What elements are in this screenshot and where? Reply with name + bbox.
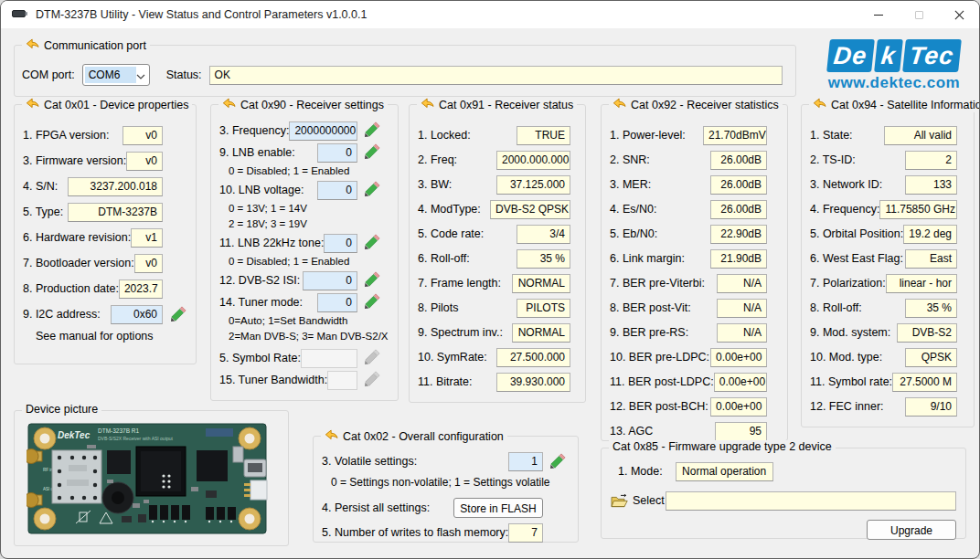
row-label: 8. BER post-Vit: (610, 301, 691, 314)
row-label: 6. West East Flag: (810, 252, 903, 265)
fpga-version-field: v0 (122, 126, 163, 145)
flash-writes-field: 7 (508, 523, 543, 543)
ber-pre-viterbi-field: N/A (717, 274, 767, 293)
row-label: 8. Roll-off: (810, 301, 862, 314)
volatile-settings-field[interactable]: 1 (508, 452, 543, 471)
edit-lnb-enable-icon[interactable] (365, 143, 380, 159)
bootloader-version-field: v0 (134, 254, 163, 273)
title-bar[interactable]: DTM-3237B Utility - View Status and Cont… (1, 1, 979, 28)
table-row: 9. BER pre-RS:N/A (610, 322, 767, 343)
row-label: 5. Orbital Position: (810, 227, 903, 240)
symbol-rate-field (301, 349, 357, 368)
edit-volatile-settings-icon[interactable] (550, 453, 566, 469)
device-photo: DekTec DTM-3237B R1 DVB-S/S2X Receiver w… (27, 423, 268, 534)
frequency-field[interactable]: 2000000000 (289, 121, 357, 141)
hand-arrow-icon (26, 97, 39, 112)
status-field: OK (209, 66, 783, 85)
minimize-button[interactable] (858, 1, 899, 28)
row-label: 4. Persist all settings: (322, 501, 430, 514)
i2c-address-field[interactable]: 0x60 (111, 305, 163, 324)
row-label: 3. Network ID: (810, 178, 882, 191)
table-row: 1. Power-level:21.70dBmV (610, 125, 767, 145)
group-legend: Cat 0x90 - Receiver settings (240, 99, 384, 111)
hand-arrow-icon (222, 97, 236, 112)
locked-field: TRUE (517, 126, 570, 145)
row-label: 12. BER post-BCH: (610, 400, 708, 413)
row-label: 2. SNR: (610, 153, 650, 166)
row-label: 11. Bitrate: (418, 375, 473, 388)
table-row: 7. Bootloader version:v0 (23, 253, 163, 273)
help-text: 0=Auto; 1=Set Bandwidth (229, 315, 357, 326)
com-port-select[interactable]: COM6 (82, 64, 150, 86)
edit-frequency-icon[interactable] (365, 121, 380, 137)
row-label: 5. Number of writes to flash memory: (322, 526, 508, 539)
row-label: 11. Symbol rate: (810, 375, 892, 388)
hand-arrow-icon (325, 428, 338, 444)
row-label: 1. State: (810, 129, 853, 142)
row-label: 3. BW: (418, 178, 452, 191)
upgrade-mode-field: Normal operation (676, 462, 773, 481)
firmware-file-field[interactable] (666, 491, 956, 511)
dvbs2-isi-field[interactable]: 0 (303, 271, 357, 290)
table-row: 7. BER pre-Viterbi:N/A (610, 273, 767, 293)
firmware-version-field: v0 (126, 152, 163, 171)
edit-dvbs2-isi-icon[interactable] (365, 271, 380, 287)
row-label: 2. Freq: (418, 153, 457, 166)
upgrade-button[interactable]: Upgrade (867, 520, 956, 540)
lnb-tone-field[interactable]: 0 (324, 234, 357, 253)
group-legend: Cat 0x94 - Satellite Information (831, 99, 980, 111)
maximize-icon (915, 11, 923, 19)
production-date-field: 2023.7 (119, 280, 163, 299)
edit-lnb-tone-icon[interactable] (365, 234, 380, 249)
roll-off-field: 35 % (517, 249, 570, 269)
open-folder-icon[interactable] (611, 494, 628, 508)
row-label: 7. Frame length: (418, 277, 501, 290)
table-row: 13. AGC95 (610, 421, 767, 441)
snr-field: 26.00dB (710, 151, 767, 170)
logo-block: k (874, 39, 903, 72)
table-row: 4. Persist all settings:Store in FLASH (322, 498, 543, 518)
close-icon (954, 10, 964, 20)
row-label: 7. Polarization: (810, 277, 886, 290)
row-label: 3. MER: (610, 178, 651, 191)
table-row: 10. SymRate:27.500.000 (418, 347, 570, 367)
table-row: 5. Number of writes to flash memory:7 (322, 522, 543, 543)
table-row: 6. Roll-off:35 % (418, 248, 570, 269)
table-row: 12. FEC inner:9/10 (810, 396, 957, 417)
lnb-voltage-field[interactable]: 0 (317, 181, 357, 200)
row-label: 12. FEC inner: (810, 400, 884, 413)
link-margin-field: 21.90dB (710, 249, 767, 269)
code-rate-field: 3/4 (517, 225, 570, 244)
table-row: 2. Freq:2000.000.000 (418, 150, 570, 170)
edit-lnb-voltage-icon[interactable] (365, 181, 380, 196)
table-row: Select (611, 490, 956, 511)
table-row: 9. Spectrum inv.:NORMAL (418, 322, 570, 343)
table-row: 15. Tuner Bandwidth: (219, 371, 357, 389)
row-label: 3. Volatile settings: (322, 455, 417, 468)
table-row: 4. Es/N0:26.00dB (610, 199, 767, 219)
close-button[interactable] (939, 1, 979, 28)
ber-pre-rs-field: N/A (717, 323, 767, 343)
select-file-label[interactable]: Select (633, 494, 665, 507)
group-receiver-statistics: Cat 0x92 - Receiver statistics 1. Power-… (601, 104, 788, 441)
lnb-enable-field[interactable]: 0 (317, 143, 357, 163)
agc-field: 95 (715, 422, 767, 441)
row-label: 10. Mod. type: (810, 351, 882, 364)
table-row: 3. BW:37.125.000 (418, 174, 570, 195)
edit-symbol-rate-icon (365, 349, 380, 364)
row-label: 6. Hardware revision: (23, 231, 131, 244)
store-in-flash-button[interactable]: Store in FLASH (453, 498, 543, 518)
edit-i2c-address-icon[interactable] (171, 306, 186, 322)
state-field: All valid (884, 126, 957, 145)
sat-roll-off-field: 35 % (905, 299, 957, 318)
table-row: 3. Firmware version:v0 (23, 151, 163, 171)
row-label: 7. BER pre-Viterbi: (610, 277, 705, 290)
ts-id-field: 2 (905, 151, 957, 170)
edit-tuner-mode-icon[interactable] (365, 293, 380, 309)
row-label: 1. FPGA version: (23, 129, 109, 142)
hand-arrow-icon (26, 37, 39, 53)
symrate-field: 27.500.000 (496, 348, 570, 367)
tuner-mode-field[interactable]: 0 (317, 293, 357, 312)
table-row: 2. TS-ID:2 (810, 150, 957, 170)
row-label: 1. Locked: (418, 129, 471, 142)
